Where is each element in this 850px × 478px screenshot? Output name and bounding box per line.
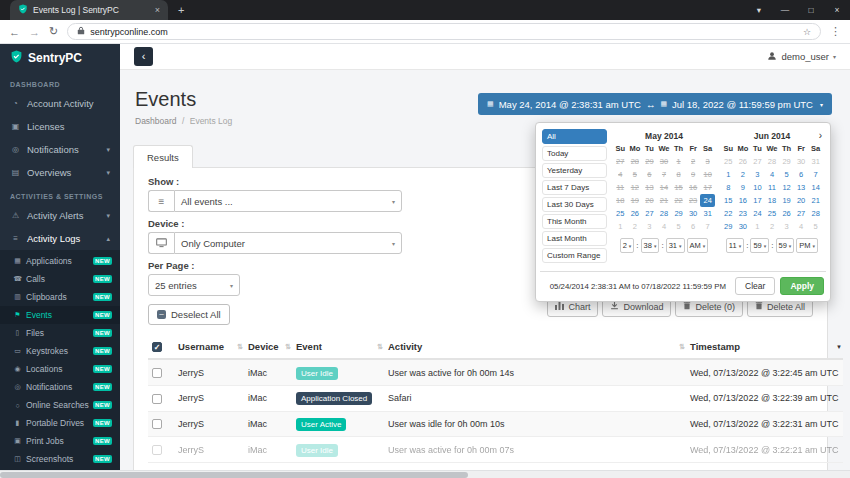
hour-select[interactable]: 2▾ xyxy=(620,238,635,253)
breadcrumb-dashboard[interactable]: Dashboard xyxy=(135,116,177,126)
sidebar-subitem-notifications[interactable]: ◎NotificationsNEW xyxy=(0,378,120,396)
calendar-day[interactable]: 17 xyxy=(750,194,765,207)
calendar-day[interactable]: 20 xyxy=(794,194,809,207)
sidebar-item-notifications[interactable]: ◎Notifications▾ xyxy=(0,138,120,161)
calendar-day[interactable]: 30 xyxy=(686,207,701,220)
range-option-all[interactable]: All xyxy=(542,129,607,144)
next-month-icon[interactable]: › xyxy=(819,129,822,143)
clear-button[interactable]: Clear xyxy=(735,277,775,295)
calendar-day[interactable]: 10 xyxy=(750,181,765,194)
sidebar-subitem-screenshots[interactable]: ◫ScreenshotsNEW xyxy=(0,450,120,468)
calendar-day[interactable]: 11 xyxy=(765,181,780,194)
forward-icon[interactable]: → xyxy=(29,26,40,38)
calendar-day[interactable]: 5 xyxy=(779,168,794,181)
brand[interactable]: SentryPC xyxy=(0,44,120,72)
deselect-all-button[interactable]: – Deselect All xyxy=(148,304,230,325)
device-select[interactable]: Only Computer ▾ xyxy=(174,232,402,254)
calendar-day[interactable]: 6 xyxy=(794,168,809,181)
calendar-day[interactable]: 19 xyxy=(779,194,794,207)
calendar-day[interactable]: 23 xyxy=(736,207,751,220)
calendar-day[interactable]: 15 xyxy=(721,194,736,207)
browser-tab[interactable]: Events Log | SentryPC × xyxy=(10,0,168,20)
calendar-day[interactable]: 24 xyxy=(700,194,715,207)
sidebar-item-account-activity[interactable]: ◔Account Activity xyxy=(0,92,120,115)
minimize-button[interactable]: — xyxy=(772,5,798,15)
col-activity[interactable]: Activity⇅ xyxy=(384,335,686,359)
range-option-this-month[interactable]: This Month xyxy=(542,214,607,229)
range-option-yesterday[interactable]: Yesterday xyxy=(542,163,607,178)
address-bar[interactable]: sentrypconline.com ☆ xyxy=(67,23,821,40)
range-option-today[interactable]: Today xyxy=(542,146,607,161)
sidebar-item-licenses[interactable]: ▣Licenses xyxy=(0,115,120,138)
sidebar-subitem-events[interactable]: ⚑EventsNEW xyxy=(0,306,120,324)
calendar-day[interactable]: 27 xyxy=(794,207,809,220)
range-option-last-7-days[interactable]: Last 7 Days xyxy=(542,180,607,195)
sidebar-toggle-button[interactable]: ‹ xyxy=(134,47,153,66)
calendar-day[interactable]: 26 xyxy=(628,207,643,220)
calendar-day[interactable]: 30 xyxy=(736,220,751,233)
calendar-day[interactable]: 29 xyxy=(671,207,686,220)
calendar-day[interactable]: 21 xyxy=(808,194,823,207)
minute-select[interactable]: 38▾ xyxy=(641,238,660,253)
hour-select[interactable]: 11▾ xyxy=(726,238,744,253)
sidebar-subitem-files[interactable]: ▯FilesNEW xyxy=(0,324,120,342)
show-select[interactable]: All events ... ▾ xyxy=(174,190,402,212)
second-select[interactable]: 59▾ xyxy=(776,238,795,253)
reload-icon[interactable]: ↻ xyxy=(49,25,58,38)
per-page-select[interactable]: 25 entries ▾ xyxy=(148,274,240,296)
row-checkbox[interactable] xyxy=(152,419,162,429)
range-option-last-30-days[interactable]: Last 30 Days xyxy=(542,197,607,212)
ampm-select[interactable]: AM▾ xyxy=(687,238,709,253)
calendar-day[interactable]: 29 xyxy=(721,220,736,233)
col-timestamp[interactable]: Timestamp▼ xyxy=(686,335,843,359)
calendar-day[interactable]: 24 xyxy=(750,207,765,220)
calendar-day[interactable]: 3 xyxy=(750,168,765,181)
sidebar-subitem-print-jobs[interactable]: ▣Print JobsNEW xyxy=(0,432,120,450)
calendar-day[interactable]: 25 xyxy=(765,207,780,220)
range-option-custom-range[interactable]: Custom Range xyxy=(542,248,607,263)
calendar-day[interactable]: 14 xyxy=(808,181,823,194)
calendar-day[interactable]: 25 xyxy=(613,207,628,220)
sidebar-subitem-portable-drives[interactable]: ▮Portable DrivesNEW xyxy=(0,414,120,432)
sidebar-item-overviews[interactable]: ▤Overviews▾ xyxy=(0,161,120,184)
select-all-checkbox[interactable]: ✓ xyxy=(152,342,162,352)
chrome-profile-chevron-icon[interactable]: ▾ xyxy=(746,5,772,15)
row-checkbox[interactable] xyxy=(152,368,162,378)
range-option-last-month[interactable]: Last Month xyxy=(542,231,607,246)
new-tab-button[interactable]: + xyxy=(178,4,184,16)
calendar-day[interactable]: 8 xyxy=(721,181,736,194)
date-range-button[interactable]: ▦ May 24, 2014 @ 2:38:31 am UTC ↔ ▦ Jul … xyxy=(478,93,832,115)
calendar-day[interactable]: 7 xyxy=(808,168,823,181)
sidebar-subitem-applications[interactable]: ▦ApplicationsNEW xyxy=(0,252,120,270)
col-device[interactable]: Device⇅ xyxy=(244,335,292,359)
minute-select[interactable]: 59▾ xyxy=(750,238,769,253)
calendar-day[interactable]: 9 xyxy=(736,181,751,194)
ampm-select[interactable]: PM▾ xyxy=(796,238,818,253)
calendar-day[interactable]: 18 xyxy=(765,194,780,207)
calendar-day[interactable]: 22 xyxy=(721,207,736,220)
menu-dots-icon[interactable]: ⋮ xyxy=(830,25,841,38)
col-username[interactable]: Username⇅ xyxy=(174,335,244,359)
col-event[interactable]: Event⇅ xyxy=(292,335,384,359)
window-close-button[interactable]: × xyxy=(824,5,850,15)
calendar-day[interactable]: 31 xyxy=(700,207,715,220)
sidebar-item-activity-alerts[interactable]: ⚠Activity Alerts▾ xyxy=(0,204,120,227)
tab-results[interactable]: Results xyxy=(133,145,193,168)
row-checkbox[interactable] xyxy=(152,445,162,455)
horizontal-scrollbar[interactable] xyxy=(0,470,850,478)
user-menu[interactable]: demo_user ▾ xyxy=(767,51,836,63)
calendar-day[interactable]: 2 xyxy=(736,168,751,181)
calendar-day[interactable]: 27 xyxy=(642,207,657,220)
sidebar-subitem-online-searches[interactable]: ○Online SearchesNEW xyxy=(0,396,120,414)
calendar-day[interactable]: 1 xyxy=(721,168,736,181)
sidebar-subitem-clipboards[interactable]: ▥ClipboardsNEW xyxy=(0,288,120,306)
tab-close-icon[interactable]: × xyxy=(155,5,160,15)
calendar-day[interactable]: 12 xyxy=(779,181,794,194)
calendar-day[interactable]: 4 xyxy=(765,168,780,181)
maximize-button[interactable]: □ xyxy=(798,5,824,15)
sidebar-subitem-keystrokes[interactable]: ▭KeystrokesNEW xyxy=(0,342,120,360)
calendar-day[interactable]: 26 xyxy=(779,207,794,220)
calendar-day[interactable]: 13 xyxy=(794,181,809,194)
scrollbar-thumb[interactable] xyxy=(0,472,468,478)
apply-button[interactable]: Apply xyxy=(780,277,824,295)
